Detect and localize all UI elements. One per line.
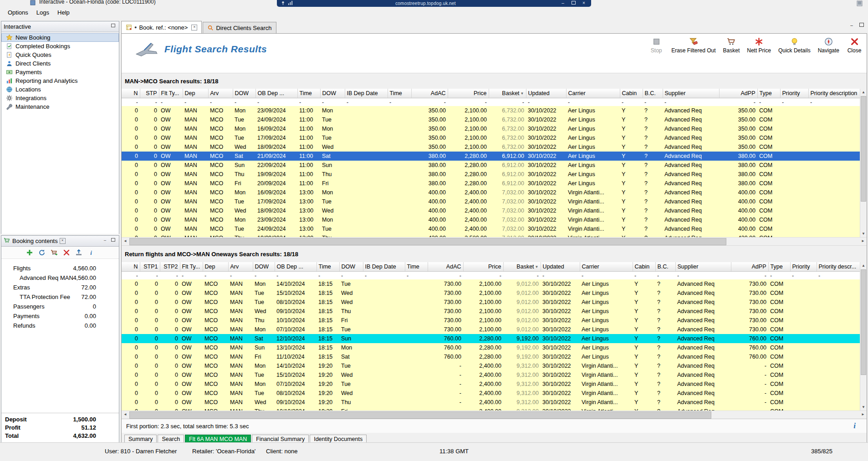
sidebar-item-completed-bookings[interactable]: Completed Bookings xyxy=(1,42,119,51)
booking-row-flights[interactable]: Flights4,560.00 xyxy=(1,263,96,273)
filter-cell[interactable]: - xyxy=(208,98,233,106)
filter-cell[interactable]: - xyxy=(448,98,489,106)
filter-cell[interactable]: - xyxy=(388,98,411,106)
column-header-flt-ty[interactable]: Flt Ty... xyxy=(159,89,183,98)
column-header-cabin[interactable]: Cabin xyxy=(620,89,643,98)
filter-cell[interactable]: - xyxy=(253,272,275,280)
sidebar-item-quick-quotes[interactable]: Quick Quotes xyxy=(1,51,119,59)
filter-cell[interactable]: - xyxy=(790,272,817,280)
filter-cell[interactable]: - xyxy=(655,272,675,280)
delete-icon[interactable] xyxy=(62,248,71,257)
close-tab-button[interactable]: × xyxy=(191,25,197,30)
scroll-up-arrow[interactable]: ▲ xyxy=(860,89,867,96)
filter-cell[interactable]: - xyxy=(203,272,228,280)
float-panel-button[interactable] xyxy=(110,24,117,30)
tab-book-ref-none[interactable]: ●Book. ref.: <none>× xyxy=(121,21,202,33)
booking-row-advanced-req-man[interactable]: Advanced Req MAN4,560.00 xyxy=(1,273,96,283)
outbound-flight-row[interactable]: 00OWMANMCOSun22/09/202411:00Sun380.002,2… xyxy=(122,161,860,170)
column-header-time[interactable]: Time xyxy=(388,89,411,98)
filter-cell[interactable]: - xyxy=(757,98,780,106)
outbound-flight-row[interactable]: 00OWMANMCOMon16/09/202411:00Mon350.002,1… xyxy=(122,124,860,133)
column-header-supplier[interactable]: Supplier xyxy=(663,89,719,98)
column-header-adac[interactable]: AdAC xyxy=(411,89,448,98)
rdp-minimize-button[interactable]: – xyxy=(558,1,567,6)
menu-item-options[interactable]: Options xyxy=(4,8,32,17)
scroll-right-arrow[interactable]: ► xyxy=(859,411,867,418)
filter-cell[interactable]: - xyxy=(663,98,719,106)
filter-cell[interactable]: - xyxy=(275,272,317,280)
column-header-updated[interactable]: Updated xyxy=(526,89,566,98)
outbound-flight-row[interactable]: 00OWMANMCOSat21/09/202411:00Sat380.002,2… xyxy=(122,152,860,161)
outbound-flight-row[interactable]: 00OWMANMCOTue24/09/202411:00Tue350.002,1… xyxy=(122,115,860,124)
bottom-tab-summary[interactable]: Summary xyxy=(124,435,157,443)
outbound-flight-row[interactable]: 00OWMANMCOMon23/09/202413:00Mon400.002,4… xyxy=(122,215,860,224)
return-flight-row[interactable]: 000OWMCOMANSun13/10/202418:15Mon760.002,… xyxy=(122,343,860,352)
column-header-adpp[interactable]: AdPP xyxy=(731,262,768,272)
filter-cell[interactable]: - xyxy=(255,98,297,106)
filter-cell[interactable]: - xyxy=(122,272,140,280)
sidebar-item-new-booking[interactable]: New Booking xyxy=(1,33,119,42)
outbound-flight-row[interactable]: 00OWMANMCOThu19/09/202413:00Thu430.002,5… xyxy=(122,233,860,237)
column-header-priority[interactable]: Priority xyxy=(790,262,817,272)
filter-cell[interactable]: - xyxy=(526,98,566,106)
column-header-priority-description[interactable]: Priority description xyxy=(808,89,860,98)
info-icon[interactable]: i xyxy=(853,421,856,431)
sidebar-item-locations[interactable]: Locations xyxy=(1,85,119,94)
close-panel-button[interactable]: × xyxy=(60,238,66,244)
sidebar-item-integrations[interactable]: Integrations xyxy=(1,94,119,102)
rdp-close-button[interactable]: × xyxy=(579,1,588,6)
restore-view-button[interactable] xyxy=(858,23,865,29)
column-header-time[interactable]: Time xyxy=(297,89,320,98)
filter-cell[interactable]: - xyxy=(339,272,363,280)
return-flight-row[interactable]: 000OWMCOMANSat12/10/202418:15Sun760.002,… xyxy=(122,334,860,343)
outbound-flight-row[interactable]: 00OWMANMCOFri20/09/202411:00Fri380.002,2… xyxy=(122,179,860,188)
info-icon[interactable]: i xyxy=(87,248,95,257)
float-panel-button[interactable] xyxy=(110,238,117,244)
column-header-adpp[interactable]: AdPP xyxy=(719,89,757,98)
refresh-icon[interactable] xyxy=(38,248,46,257)
scroll-down-arrow[interactable]: ▼ xyxy=(860,404,867,410)
column-header-b-c[interactable]: B.C. xyxy=(655,262,675,272)
column-header-type[interactable]: Type xyxy=(768,262,790,272)
column-header-stp2[interactable]: STP2 xyxy=(160,262,180,272)
filter-cell[interactable]: - xyxy=(675,272,731,280)
column-header-priority[interactable]: Priority xyxy=(780,89,808,98)
outbound-flight-row[interactable]: 00OWMANMCOWed18/09/202411:00Wed350.002,1… xyxy=(122,142,860,152)
return-flight-row[interactable]: 000OWMCOMANThu10/10/202418:15Fri730.002,… xyxy=(122,316,860,325)
column-header-basket[interactable]: Basket▼ xyxy=(489,89,526,98)
column-header-dow[interactable]: DOW xyxy=(233,89,255,98)
column-header-n[interactable]: N xyxy=(122,89,140,98)
booking-row-passengers[interactable]: Passengers0 xyxy=(1,302,96,311)
column-header-b-c[interactable]: B.C. xyxy=(643,89,663,98)
menu-item-help[interactable]: Help xyxy=(53,8,74,17)
column-header-stp[interactable]: STP xyxy=(140,89,159,98)
filter-cell[interactable]: - xyxy=(320,98,345,106)
column-header-stp1[interactable]: STP1 xyxy=(140,262,160,272)
booking-row-refunds[interactable]: Refunds0.00 xyxy=(1,321,96,330)
scroll-right-arrow[interactable]: ► xyxy=(859,238,867,245)
pin-icon[interactable] xyxy=(281,0,286,6)
horizontal-scroll-thumb[interactable] xyxy=(129,411,711,419)
return-flight-row[interactable]: 000OWMCOMANMon07/10/202419:20Tue-2,400.0… xyxy=(122,380,860,389)
column-header-adac[interactable]: AdAC xyxy=(428,262,463,272)
outbound-flight-row[interactable]: 00OWMANMCOMon16/09/202413:00Mon400.002,4… xyxy=(122,188,860,197)
toolbar-close[interactable]: Close xyxy=(847,37,862,54)
sidebar-item-payments[interactable]: Payments xyxy=(1,68,119,76)
return-flight-row[interactable]: 000OWMCOMANTue08/10/202418:15Wed730.002,… xyxy=(122,298,860,307)
filter-cell[interactable]: - xyxy=(183,98,208,106)
filter-cell[interactable]: - xyxy=(180,272,203,280)
column-header-ib-dep-date[interactable]: IB Dep Date xyxy=(363,262,405,272)
column-header-dep[interactable]: Dep xyxy=(183,89,208,98)
outbound-flight-row[interactable]: 00OWMANMCOThu19/09/202411:00Thu380.002,2… xyxy=(122,170,860,179)
outbound-flight-row[interactable]: 00OWMANMCOMon23/09/202411:00Mon350.002,1… xyxy=(122,106,860,115)
scroll-left-arrow[interactable]: ◄ xyxy=(122,411,129,418)
filter-cell[interactable]: - xyxy=(140,98,159,106)
column-header-arv[interactable]: Arv xyxy=(228,262,253,272)
vertical-scroll-thumb[interactable] xyxy=(861,269,866,375)
filter-cell[interactable]: - xyxy=(345,98,388,106)
return-flight-row[interactable]: 000OWMCOMANTue08/10/202419:20Wed-2,400.0… xyxy=(122,389,860,398)
booking-row-tta-protection-fee[interactable]: TTA Protection Fee72.00 xyxy=(1,292,96,302)
filter-cell[interactable]: - xyxy=(489,98,526,106)
toolbar-stop[interactable]: Stop xyxy=(648,37,664,54)
column-header-dep[interactable]: Dep xyxy=(203,262,228,272)
